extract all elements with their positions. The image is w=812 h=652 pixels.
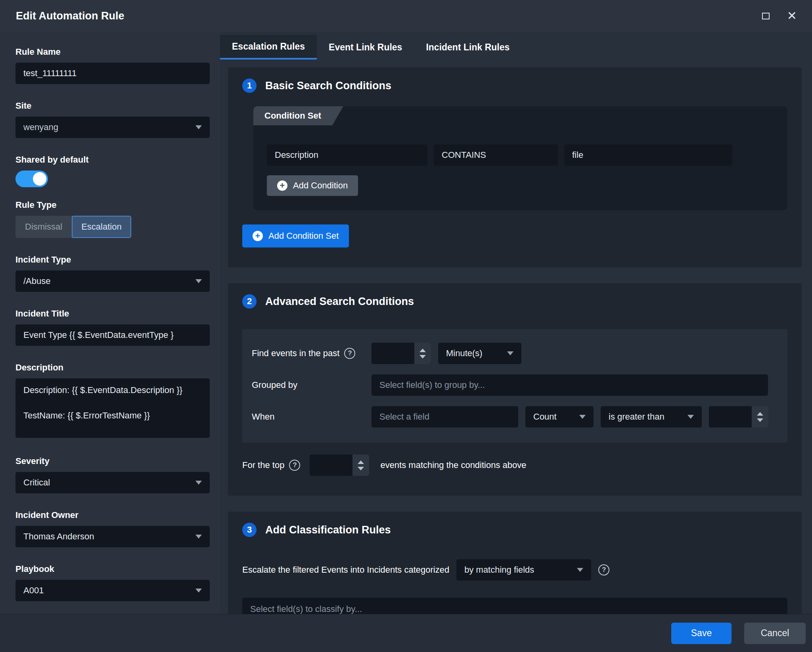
step-1-badge: 1	[242, 79, 257, 93]
time-unit-select[interactable]: Minute(s)	[438, 343, 521, 364]
time-value-spinner	[372, 343, 431, 364]
plus-icon: +	[253, 231, 263, 241]
spinner-down-icon[interactable]	[358, 467, 364, 470]
classify-mode-value: by matching fields	[464, 565, 572, 575]
time-unit-value: Minute(s)	[446, 348, 502, 359]
when-field-input[interactable]	[372, 406, 518, 428]
when-label: When	[252, 412, 274, 422]
aggregate-value: Count	[533, 412, 575, 422]
grouped-by-label: Grouped by	[252, 380, 297, 390]
site-select[interactable]: wenyang	[15, 117, 210, 138]
chevron-down-icon	[195, 535, 202, 539]
site-group: Site wenyang	[15, 101, 210, 138]
classify-fields-input[interactable]	[242, 598, 787, 614]
find-events-label: Find events in the past	[252, 348, 339, 359]
tab-event-link-rules[interactable]: Event Link Rules	[317, 35, 414, 59]
plus-icon: +	[277, 180, 287, 191]
classification-header: 3 Add Classification Rules	[242, 523, 787, 537]
find-events-label-wrap: Find events in the past ?	[252, 348, 372, 359]
rule-type-group: Rule Type Dismissal Escalation	[15, 200, 210, 238]
chevron-down-icon	[688, 415, 694, 419]
rule-type-escalation-button[interactable]: Escalation	[72, 216, 131, 238]
step-2-badge: 2	[242, 294, 257, 309]
condition-set-label: Condition Set	[253, 106, 343, 125]
shared-toggle[interactable]	[15, 171, 48, 187]
rule-type-segment: Dismissal Escalation	[15, 216, 131, 238]
help-icon[interactable]: ?	[344, 348, 355, 359]
basic-search-panel: 1 Basic Search Conditions Condition Set …	[228, 67, 802, 267]
escalate-label: Escalate the filtered Events into Incide…	[242, 565, 449, 575]
tab-incident-link-rules[interactable]: Incident Link Rules	[414, 35, 521, 59]
tab-bar: Escalation Rules Event Link Rules Incide…	[220, 35, 802, 59]
tab-escalation-rules[interactable]: Escalation Rules	[220, 35, 317, 59]
save-button[interactable]: Save	[671, 623, 732, 644]
threshold-spinner	[709, 406, 768, 428]
incident-owner-value: Thomas Anderson	[23, 531, 191, 542]
help-icon[interactable]: ?	[289, 460, 300, 471]
spinner-down-icon[interactable]	[757, 418, 763, 422]
basic-search-header: 1 Basic Search Conditions	[242, 79, 787, 93]
advanced-search-panel: 2 Advanced Search Conditions Find events…	[228, 283, 802, 496]
grouped-by-label-wrap: Grouped by	[252, 380, 372, 390]
site-value: wenyang	[23, 122, 191, 132]
cancel-button[interactable]: Cancel	[744, 623, 806, 644]
severity-select[interactable]: Critical	[15, 472, 210, 493]
classify-mode-select[interactable]: by matching fields	[456, 559, 591, 581]
help-icon[interactable]: ?	[598, 564, 609, 575]
close-icon[interactable]: ✕	[787, 10, 797, 22]
rule-type-label: Rule Type	[15, 200, 210, 210]
rule-name-input[interactable]	[15, 63, 210, 84]
step-3-badge: 3	[242, 523, 257, 537]
playbook-value: A001	[23, 585, 191, 596]
severity-label: Severity	[15, 456, 210, 466]
group-by-input[interactable]	[372, 374, 768, 396]
condition-operator-input[interactable]	[434, 144, 558, 166]
spinner-up-icon[interactable]	[419, 349, 426, 352]
maximize-icon[interactable]	[762, 13, 770, 19]
basic-search-title: Basic Search Conditions	[265, 80, 391, 92]
incident-owner-select[interactable]: Thomas Anderson	[15, 526, 210, 547]
incident-owner-label: Incident Owner	[15, 510, 210, 520]
condition-row	[267, 144, 774, 166]
chevron-down-icon	[579, 415, 586, 419]
incident-type-group: Incident Type /Abuse	[15, 255, 210, 292]
for-top-row: For the top ? events matching the condit…	[242, 454, 787, 476]
spinner-arrows	[414, 343, 431, 364]
maximize-box	[762, 13, 770, 19]
shared-group: Shared by default	[15, 155, 210, 187]
incident-type-value: /Abuse	[23, 276, 191, 286]
condition-field-input[interactable]	[267, 144, 427, 166]
grouped-by-row: Grouped by	[252, 374, 776, 396]
spinner-down-icon[interactable]	[419, 355, 426, 359]
rule-name-group: Rule Name	[15, 47, 210, 84]
escalate-row: Escalate the filtered Events into Incide…	[242, 559, 787, 581]
condition-value-input[interactable]	[564, 144, 732, 166]
chevron-down-icon	[195, 589, 202, 593]
classification-title: Add Classification Rules	[265, 524, 391, 536]
spinner-up-icon[interactable]	[757, 412, 763, 416]
spinner-arrows	[752, 406, 768, 428]
incident-title-input[interactable]	[15, 324, 210, 346]
incident-type-select[interactable]: /Abuse	[15, 270, 210, 292]
top-count-spinner	[310, 454, 369, 476]
aggregate-select[interactable]: Count	[525, 406, 594, 428]
comparator-select[interactable]: is greater than	[601, 406, 702, 428]
dialog-title: Edit Automation Rule	[16, 10, 124, 22]
playbook-select[interactable]: A001	[15, 580, 210, 601]
when-row: When Count is greater than	[252, 406, 776, 428]
chevron-down-icon	[195, 279, 202, 283]
add-condition-set-button[interactable]: + Add Condition Set	[242, 224, 349, 247]
chevron-down-icon	[195, 125, 202, 129]
dialog-body: Rule Name Site wenyang Shared by default…	[0, 32, 812, 614]
spinner-up-icon[interactable]	[358, 460, 364, 464]
add-condition-label: Add Condition	[293, 180, 348, 191]
add-condition-button[interactable]: + Add Condition	[267, 175, 358, 196]
incident-type-label: Incident Type	[15, 255, 210, 265]
playbook-group: Playbook A001	[15, 564, 210, 601]
sidebar: Rule Name Site wenyang Shared by default…	[0, 32, 220, 614]
description-textarea[interactable]: Description: {{ $.EventData.Description …	[15, 378, 210, 438]
site-label: Site	[15, 101, 210, 111]
description-group: Description Description: {{ $.EventData.…	[15, 362, 210, 439]
rule-type-dismissal-button[interactable]: Dismissal	[15, 216, 72, 238]
description-label: Description	[15, 362, 210, 373]
